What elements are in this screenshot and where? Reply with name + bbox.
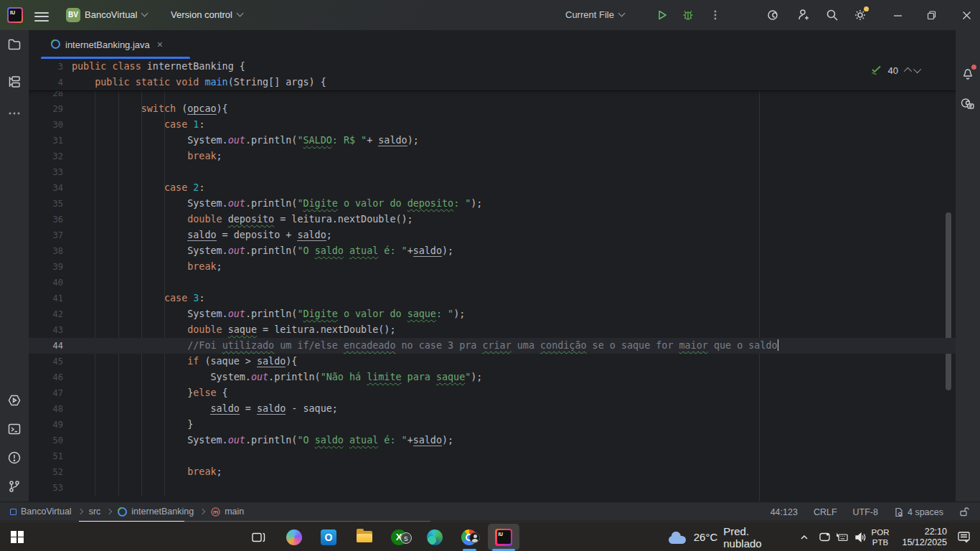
breadcrumb-method[interactable]: m main: [211, 507, 244, 517]
caret-position[interactable]: 44:123: [771, 507, 798, 517]
problems-icon[interactable]: [7, 451, 22, 468]
menu-icon[interactable]: [34, 9, 49, 21]
next-problem-icon[interactable]: [913, 65, 921, 73]
close-icon[interactable]: [953, 0, 980, 30]
code-text: System.out.println("Digite o valor do de…: [72, 196, 482, 212]
chevron-down-icon: [141, 10, 149, 17]
more-tools-icon[interactable]: [7, 106, 22, 123]
debug-icon[interactable]: [682, 9, 694, 22]
run-configuration-selector[interactable]: Current File: [565, 0, 624, 30]
line-number: 31: [29, 133, 63, 149]
code-line-50[interactable]: 50 System.out.println("O saldo atual é: …: [29, 433, 956, 448]
file-explorer-icon[interactable]: [352, 522, 377, 551]
terminal-icon[interactable]: [7, 422, 22, 439]
breadcrumb-src[interactable]: src: [89, 507, 101, 517]
code-line-32[interactable]: 32 break;: [29, 149, 956, 164]
search-icon[interactable]: [825, 8, 839, 22]
code-line-38[interactable]: 38 System.out.println("O saldo atual é: …: [29, 243, 956, 259]
more-vertical-icon[interactable]: [709, 9, 722, 22]
task-view-icon[interactable]: [245, 522, 271, 551]
code-text: System.out.println("SALDO: R$ "+ saldo);: [72, 133, 419, 149]
outlook-icon[interactable]: O: [316, 522, 341, 551]
vcs-widget[interactable]: Version control: [171, 0, 242, 30]
code-line-51[interactable]: 51: [29, 448, 956, 464]
start-icon[interactable]: [4, 522, 30, 551]
line-number: 42: [29, 306, 63, 322]
copilot-icon[interactable]: [281, 522, 307, 551]
tab-close-icon[interactable]: ×: [157, 39, 163, 50]
tray-app-icon[interactable]: [815, 522, 834, 551]
line-number: 47: [29, 385, 63, 401]
code-text: if (saque > saldo){: [72, 354, 297, 369]
chrome-icon[interactable]: [456, 522, 482, 551]
project-avatar[interactable]: BV: [66, 8, 80, 22]
clock-widget[interactable]: 22:10 15/12/2025: [895, 522, 948, 551]
inspections-widget[interactable]: 40: [871, 61, 921, 80]
code-line-3[interactable]: 3public class internetBanking {: [29, 59, 956, 75]
code-editor[interactable]: 2829 switch (opcao){30 case 1:31 System.…: [29, 59, 956, 501]
breadcrumb-project[interactable]: BancoVirtual: [10, 507, 72, 517]
code-line-42[interactable]: 42 System.out.println("Digite o valor do…: [29, 306, 956, 322]
ai-chat-icon[interactable]: [961, 96, 975, 113]
code-line-33[interactable]: 33: [29, 164, 956, 180]
code-with-me-icon[interactable]: [796, 8, 811, 22]
code-line-43[interactable]: 43 double saque = leitura.nextDouble();: [29, 322, 956, 338]
notification-center-icon[interactable]: [951, 522, 976, 551]
code-line-45[interactable]: 45 if (saque > saldo){: [29, 354, 956, 369]
tab-label: internetBanking.java: [65, 39, 150, 50]
code-line-41[interactable]: 41 case 3:: [29, 291, 956, 306]
restore-icon[interactable]: [919, 0, 943, 30]
code-line-39[interactable]: 39 break;: [29, 259, 956, 275]
time-label: 22:10: [925, 527, 947, 537]
date-label: 15/12/2025: [902, 537, 947, 548]
code-line-49[interactable]: 49 }: [29, 417, 956, 433]
code-line-44[interactable]: 44 //Foi utilizado um if/else encadeado …: [29, 338, 956, 354]
line-separator[interactable]: CRLF: [814, 507, 837, 517]
prev-problem-icon[interactable]: [904, 67, 912, 75]
line-number: 46: [29, 369, 63, 385]
code-line-52[interactable]: 52 break;: [29, 464, 956, 480]
run-icon[interactable]: [656, 9, 669, 22]
weather-widget[interactable]: 26°C Pred. nublado: [666, 522, 788, 551]
indent-setting[interactable]: 4 spaces: [894, 507, 943, 517]
ai-assistant-icon[interactable]: [768, 8, 782, 22]
run-toolwindow-icon[interactable]: [7, 393, 22, 410]
code-line-46[interactable]: 46 System.out.println("Não há limite par…: [29, 369, 956, 385]
tab-internetbanking[interactable]: internetBanking.java ×: [41, 30, 170, 59]
unlock-icon[interactable]: [959, 507, 970, 517]
code-line-31[interactable]: 31 System.out.println("SALDO: R$ "+ sald…: [29, 133, 956, 149]
right-tool-stripe: [956, 30, 980, 502]
chevron-down-icon: [237, 10, 244, 17]
class-icon: [118, 507, 127, 517]
code-line-30[interactable]: 30 case 1:: [29, 117, 956, 133]
file-encoding[interactable]: UTF-8: [853, 507, 878, 517]
chevron-up-icon[interactable]: [795, 522, 814, 551]
code-line-34[interactable]: 34 case 2:: [29, 180, 956, 196]
code-line-36[interactable]: 36 double deposito = leitura.nextDouble(…: [29, 212, 956, 227]
git-branch-icon[interactable]: [7, 479, 22, 496]
speaker-icon[interactable]: [851, 522, 870, 551]
breadcrumb-class[interactable]: internetBanking: [118, 507, 194, 517]
code-line-4[interactable]: 4 public static void main(String[] args)…: [29, 75, 956, 90]
code-line-29[interactable]: 29 switch (opcao){: [29, 101, 956, 117]
minimize-icon[interactable]: [885, 0, 910, 30]
code-line-40[interactable]: 40: [29, 275, 956, 291]
line-number: 35: [29, 196, 63, 212]
touch-keyboard-icon[interactable]: [833, 522, 852, 551]
code-line-47[interactable]: 47 }else {: [29, 385, 956, 401]
project-widget[interactable]: BancoVirtual: [85, 0, 147, 30]
language-indicator[interactable]: POR PTB: [868, 522, 892, 551]
code-line-53[interactable]: 53: [29, 480, 956, 496]
structure-icon[interactable]: [7, 75, 22, 92]
xbox-icon[interactable]: X 5: [386, 522, 412, 551]
edge-icon[interactable]: [422, 522, 448, 551]
keyboard-layout: PTB: [872, 537, 888, 547]
code-line-48[interactable]: 48 saldo = saldo - saque;: [29, 401, 956, 417]
code-line-37[interactable]: 37 saldo = deposito + saldo;: [29, 227, 956, 243]
notifications-bell-icon[interactable]: [961, 66, 975, 83]
project-folder-icon[interactable]: [7, 37, 22, 55]
breadcrumb-label: BancoVirtual: [21, 507, 72, 517]
code-line-35[interactable]: 35 System.out.println("Digite o valor do…: [29, 196, 956, 212]
code-text: }: [72, 417, 193, 433]
intellij-taskbar-icon[interactable]: IU: [488, 524, 519, 550]
